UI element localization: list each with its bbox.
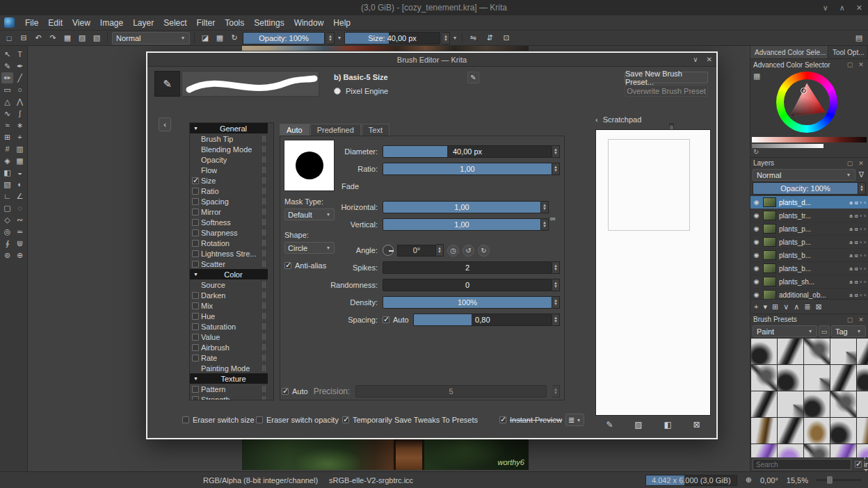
close-icon[interactable]: ✕ xyxy=(707,56,712,63)
layer-row[interactable]: ◉ plants_sh... a α ▫ ▫ xyxy=(750,275,868,288)
selector-settings-icon[interactable]: ▦ xyxy=(753,72,760,81)
option-row[interactable]: ▼ Ratio xyxy=(190,186,268,196)
option-row[interactable]: ▼ Lightness Stre... xyxy=(190,248,268,259)
pan-rotate-icon[interactable]: ⊕ xyxy=(746,475,752,485)
layer-lock-icon[interactable]: ▫ xyxy=(860,226,862,232)
tab-tool-options[interactable]: Tool Opt... xyxy=(828,46,868,58)
pattern-edit-tool[interactable]: ▦ xyxy=(14,155,26,166)
brush-preset-thumbnail[interactable] xyxy=(804,365,830,391)
spikes-spinner[interactable]: ▲▼ xyxy=(552,261,560,274)
inherit-alpha-icon[interactable]: α xyxy=(855,200,858,206)
visibility-eye-icon[interactable]: ◉ xyxy=(753,291,760,298)
rectangular-select-tool[interactable]: ▢ xyxy=(1,202,13,213)
layer-lock-icon[interactable]: ▫ xyxy=(860,239,862,245)
option-checkbox[interactable] xyxy=(192,261,199,268)
option-checkbox[interactable] xyxy=(192,323,199,330)
brush-preset-thumbnail[interactable] xyxy=(804,418,830,444)
menu-view[interactable]: View xyxy=(67,17,95,29)
option-row[interactable]: ▼ Brush Tip xyxy=(190,133,268,144)
density-slider[interactable]: 100% xyxy=(383,296,552,309)
freehand-select-tool[interactable]: ∾ xyxy=(14,214,26,225)
ratio-spinner[interactable]: ▲▼ xyxy=(552,163,560,175)
option-row[interactable]: ▼ Sharpness xyxy=(190,227,268,238)
menu-tools[interactable]: Tools xyxy=(220,17,249,29)
instant-preview-checkbox[interactable] xyxy=(499,416,506,423)
zoom-tool[interactable]: ⊚ xyxy=(1,250,13,261)
save-new-preset-button[interactable]: Save New Brush Preset... xyxy=(625,72,708,83)
option-checkbox[interactable] xyxy=(192,209,199,215)
option-row[interactable]: ▼ Size xyxy=(190,175,268,186)
brush-preset-thumbnail[interactable] xyxy=(778,418,803,444)
pattern-chooser-icon[interactable]: ▦ xyxy=(61,32,74,44)
ellipse-tool[interactable]: ○ xyxy=(14,84,26,95)
eraser-switch-size-checkbox[interactable] xyxy=(182,416,189,423)
layers-docker-header[interactable]: Layers ▢ ✕ xyxy=(750,157,868,168)
layer-opacity-spinner[interactable]: ▲▼ xyxy=(858,182,866,195)
layer-row[interactable]: ◉ plants_d... a α ▫ ▫ xyxy=(750,196,868,209)
layer-options-icon[interactable]: ▫ xyxy=(864,266,866,272)
chevron-down-icon[interactable]: ▾ xyxy=(337,35,342,41)
angle-spinner[interactable]: ▲▼ xyxy=(436,244,444,257)
brush-presets-docker-header[interactable]: Brush Presets ▢ ✕ xyxy=(750,314,868,325)
titlebar[interactable]: (3,0 GiB) - [cozy_tenement.kra] — Krita … xyxy=(0,0,868,15)
precision-auto-checkbox[interactable] xyxy=(282,388,289,395)
canvas-area[interactable]: worthy6 Brush Editor — Krita ∨✕ ✎ b) Bas… xyxy=(28,46,750,471)
gradient-tool[interactable]: ▥ xyxy=(14,143,26,154)
transform-tool[interactable]: ⊞ xyxy=(1,131,13,143)
density-spinner[interactable]: ▲▼ xyxy=(552,296,560,309)
menu-image[interactable]: Image xyxy=(95,17,128,29)
scratchpad-paint-icon[interactable]: ✎ xyxy=(606,420,613,430)
collapse-options-button[interactable]: ‹ xyxy=(159,117,171,131)
inherit-alpha-icon[interactable]: α xyxy=(855,252,858,259)
brush-preset-thumbnail[interactable] xyxy=(830,391,856,417)
layer-row[interactable]: ◉ plants_b... a α ▫ ▫ xyxy=(750,249,868,262)
brush-preset-thumbnail[interactable] xyxy=(778,444,803,457)
scratchpad-fill-gradient-icon[interactable]: ▨ xyxy=(634,420,642,430)
angle-ccw-icon[interactable]: ↺ xyxy=(463,245,474,257)
brush-preset-thumbnail[interactable] xyxy=(830,365,856,391)
dynamic-brush-tool[interactable]: ≈ xyxy=(1,120,13,131)
tab-predefined[interactable]: Predefined xyxy=(310,124,361,136)
option-row[interactable]: ▼ Saturation xyxy=(190,321,268,332)
brush-preset-thumbnail[interactable] xyxy=(830,418,856,444)
float-docker-icon[interactable]: ▢ xyxy=(846,316,854,323)
hue-ring[interactable] xyxy=(776,72,837,133)
advanced-color-selector-header[interactable]: Advanced Color Selector ▢ ✕ xyxy=(750,59,868,70)
brush-preset-thumbnail[interactable] xyxy=(751,365,777,391)
save-icon[interactable]: ⊟ xyxy=(17,32,30,44)
smart-patch-tool[interactable]: ▧ xyxy=(1,179,13,190)
menu-window[interactable]: Window xyxy=(289,17,329,29)
mirror-vertical-icon[interactable]: ⇵ xyxy=(483,32,496,44)
zoom-slider-handle[interactable] xyxy=(827,476,833,484)
option-row[interactable]: ▼ Strength xyxy=(190,394,268,400)
tag-select[interactable]: Tag ▾ xyxy=(831,325,866,337)
zoom-slider[interactable] xyxy=(817,479,861,481)
opacity-slider[interactable]: Opacity: 100% xyxy=(243,32,325,44)
brush-preset-thumbnail[interactable] xyxy=(751,444,777,457)
alpha-lock-icon[interactable]: a xyxy=(849,279,852,285)
option-checkbox[interactable] xyxy=(192,313,199,320)
scratchpad-back-icon[interactable]: ‹ xyxy=(595,115,598,124)
layer-row[interactable]: ◉ plants_b... a α ▫ ▫ xyxy=(750,262,868,275)
option-checkbox[interactable] xyxy=(192,240,199,247)
saturation-value-triangle[interactable] xyxy=(786,81,828,123)
brush-size-slider[interactable]: Size: 40,00 px xyxy=(344,32,440,44)
detach-menu-button[interactable]: ≣ ▾ xyxy=(565,414,584,426)
brush-preset-thumbnail[interactable] xyxy=(857,444,868,457)
menu-filter[interactable]: Filter xyxy=(192,17,220,29)
measure-tool[interactable]: ∠ xyxy=(14,190,26,202)
inherit-alpha-icon[interactable]: α xyxy=(855,292,858,298)
option-row[interactable]: ▼ Color xyxy=(190,269,268,279)
option-checkbox[interactable] xyxy=(192,198,199,205)
move-layer-up-icon[interactable]: ∧ xyxy=(794,302,799,311)
randomness-slider[interactable]: 0 xyxy=(383,279,552,291)
layer-lock-icon[interactable]: ▫ xyxy=(860,200,862,206)
inherit-alpha-icon[interactable]: α xyxy=(855,226,858,232)
tab-advanced-color-selector[interactable]: Advanced Color Sele... xyxy=(750,46,828,58)
option-row[interactable]: ▼ Opacity xyxy=(190,154,268,165)
option-checkbox[interactable] xyxy=(192,344,199,351)
visibility-eye-icon[interactable]: ◉ xyxy=(753,265,760,272)
freehand-brush-tool[interactable]: ✏ xyxy=(1,72,13,83)
maximize-icon[interactable]: ∧ xyxy=(839,3,845,13)
save-tweaks-row[interactable]: Temporarily Save Tweaks To Presets xyxy=(342,416,478,424)
